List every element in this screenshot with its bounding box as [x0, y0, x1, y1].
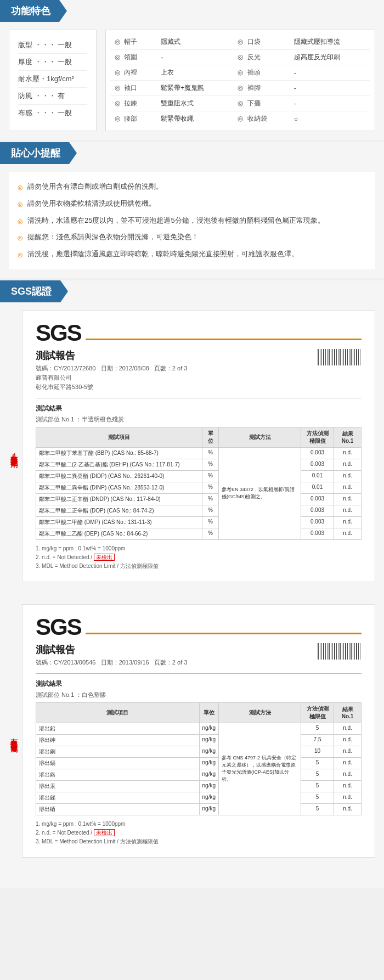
sgs-logo-2: SGS: [36, 616, 362, 639]
spec-row-4: 防風 ・・・ 有: [18, 88, 87, 105]
sgs-header-bar: SGS認證: [0, 280, 384, 302]
sgs-notes-1: 1. mg/kg = ppm ; 0.1wt% = 1000ppm 2. n.d…: [36, 544, 362, 571]
check-icon-10: ◎: [238, 84, 243, 92]
sgs-table-1: 測試項目 單位 測試方法 方法偵測極限值 結果 No.1 鄰苯二甲酸丁苯基丁酯 …: [36, 427, 362, 540]
sgs-section: SGS認證 八大有毒塑化劑 SGS 測試報告 號碼：CY/2012/72680 …: [0, 280, 384, 888]
sgs-th-limit-2: 方法偵測極限值: [301, 702, 334, 723]
feat-value-cuff: 鬆緊帶+魔鬼氈: [156, 81, 233, 96]
feat-label-lining: ◎ 內裡: [110, 65, 156, 81]
sgs-th-name-1: 測試項目: [36, 427, 202, 447]
features-grid: ◎ 帽子 隱藏式 ◎ 口袋 隱藏式壓扣導流 ◎ 領圍: [105, 30, 375, 131]
sgs-row-2-2: 溶出砷 ng/kg 7.5 n.d.: [36, 734, 362, 746]
feat-label-zipper: ◎ 拉鍊: [110, 96, 156, 111]
tip-item-5: ◎ 清洗後，應選擇陰涼通風處立即時晾乾，晾乾時避免陽光直接照射，可維護衣服色澤。: [18, 246, 366, 263]
tip-bullet-2: ◎: [18, 200, 23, 210]
sgs-cell-limit-1-1: 0.003: [301, 447, 334, 459]
specs-box: 版型 ・・・ 一般 厚度 ・・・ 一般 耐水壓・1kgf/cm² 防風 ・・・ …: [9, 30, 97, 131]
tip-bullet-4: ◎: [18, 233, 23, 243]
sgs-divider-1: [36, 398, 362, 398]
feat-value-waistband: -: [290, 65, 370, 81]
sgs-th-name-2: 測試項目: [36, 702, 200, 723]
tips-title: 貼心小提醒: [0, 142, 77, 164]
sgs-card2-header: 測試報告 號碼：CY/2013/00546 日期：2013/09/16 頁數：2…: [36, 643, 362, 668]
sgs-test-unit-1: 測試部位 No.1 ：半透明橙色殘炭: [36, 415, 362, 424]
check-icon-8: ◎: [238, 53, 243, 61]
sgs-highlight-2: 未檢出: [94, 829, 115, 836]
sgs-cell-method-2: 參考 CNS 4797-2 玩具安全（特定元素之遷移），以感應耦合電漿原子發光光…: [219, 723, 301, 815]
sgs-row-2-1: 溶出鉛 ng/kg 參考 CNS 4797-2 玩具安全（特定元素之遷移），以感…: [36, 723, 362, 734]
sgs-row-1-6: 鄰苯二甲酸二正辛酯 (DOP) (CAS No.: 84-74-2) % 0.0…: [36, 505, 362, 516]
check-icon-11: ◎: [238, 99, 243, 107]
features-content: 版型 ・・・ 一般 厚度 ・・・ 一般 耐水壓・1kgf/cm² 防風 ・・・ …: [0, 30, 384, 131]
spec-row-2: 厚度 ・・・ 一般: [18, 54, 87, 71]
feat-label-collar: ◎ 領圍: [110, 50, 156, 65]
feat-value-zipper: 雙重阻水式: [156, 96, 233, 111]
feature-row-5: ◎ 拉鍊 雙重阻水式 ◎ 下擺 -: [110, 96, 370, 111]
feat-label-hem: ◎ 下擺: [233, 96, 289, 111]
sgs-th-limit-1: 方法偵測極限值: [301, 427, 334, 447]
sgs-barcode-1: [318, 349, 362, 365]
sgs-logo-text-1: SGS: [36, 322, 81, 345]
tip-bullet-1: ◎: [18, 183, 23, 193]
sgs-cell-name-1-2: 鄰苯二甲酸二(2-乙基己基)酯 (DEHP) (CAS No.: 117-81-…: [36, 459, 202, 470]
sgs-table-2: 測試項目 單位 測試方法 方法偵測極限值 結果 No.1 溶出鉛 ng/kg 參…: [36, 702, 362, 815]
tip-text-2: 請勿使用衣物柔軟精清洗或使用烘乾機。: [27, 198, 156, 210]
tip-bullet-5: ◎: [18, 250, 23, 260]
spec-row-3: 耐水壓・1kgf/cm²: [18, 71, 87, 88]
sgs-meta-2: 號碼：CY/2013/00546 日期：2013/09/16 頁數：2 of 3: [36, 658, 187, 667]
sgs-card1-side-label: 八大有毒塑化劑: [9, 448, 19, 455]
sgs-cell-result-1-1: n.d.: [334, 447, 362, 459]
sgs-card1: SGS 測試報告 號碼：CY/2012/72680 日期：2012/08/08 …: [22, 310, 375, 582]
check-icon-3: ◎: [115, 69, 120, 76]
sgs-row-2-3: 溶出銅 ng/kg 10 n.d.: [36, 746, 362, 757]
feat-label-waistband: ◎ 褲頭: [233, 65, 289, 81]
feat-value-waist: 鬆緊帶收繩: [156, 111, 233, 127]
sgs-card1-title-block: 測試報告 號碼：CY/2012/72680 日期：2012/08/08 頁數：2…: [36, 349, 187, 392]
sgs-row-2-8: 溶出硒 ng/kg 5 n.d.: [36, 803, 362, 815]
tip-item-2: ◎ 請勿使用衣物柔軟精清洗或使用烘乾機。: [18, 195, 366, 212]
feat-label-pocket: ◎ 口袋: [233, 35, 289, 50]
sgs-content: 八大有毒塑化劑 SGS 測試報告 號碼：CY/2012/72680 日期：201…: [0, 310, 384, 869]
sgs-cell-name-1-1: 鄰苯二甲酸丁苯基丁酯 (BBP) (CAS No.: 85-68-7): [36, 447, 202, 459]
feat-label-hat: ◎ 帽子: [110, 35, 156, 50]
check-icon-9: ◎: [238, 69, 243, 76]
feat-label-waist: ◎ 腰部: [110, 111, 156, 127]
tips-content: ◎ 請勿使用含有漂白劑或增白劑成份的洗劑。 ◎ 請勿使用衣物柔軟精清洗或使用烘乾…: [9, 172, 375, 269]
spec-row-1: 版型 ・・・ 一般: [18, 37, 87, 54]
spec-row-5: 布感 ・・・ 一般: [18, 105, 87, 121]
sgs-test-unit-2: 測試部位 No.1 ：白色塑膠: [36, 691, 362, 699]
sgs-row-1-7: 鄰苯二甲酸二甲酯 (DMP) (CAS No.: 131-11-3) % 0.0…: [36, 516, 362, 528]
sgs-row-2-7: 溶出銻 ng/kg 5 n.d.: [36, 792, 362, 803]
tip-item-3: ◎ 清洗時，水溫應在25度以內，並不可浸泡超過5分鐘，浸泡後有輕微的顏料殘留色屬…: [18, 212, 366, 229]
feature-row-6: ◎ 腰部 鬆緊帶收繩 ◎ 收納袋 ○: [110, 111, 370, 127]
feat-value-pantcuff: -: [290, 81, 370, 96]
sgs-address-1: 彰化市延平路530-5號: [36, 383, 187, 391]
check-icon-4: ◎: [115, 84, 120, 92]
tip-item-1: ◎ 請勿使用含有漂白劑或增白劑成份的洗劑。: [18, 178, 366, 195]
sgs-meta-1: 號碼：CY/2012/72680 日期：2012/08/08 頁數：2 of 3: [36, 364, 187, 373]
feat-value-reflect: 超高度反光印刷: [290, 50, 370, 65]
feature-row-1: ◎ 帽子 隱藏式 ◎ 口袋 隱藏式壓扣導流: [110, 35, 370, 50]
sgs-row-1-1: 鄰苯二甲酸丁苯基丁酯 (BBP) (CAS No.: 85-68-7) % 參考…: [36, 447, 362, 459]
sgs-card1-header: 測試報告 號碼：CY/2012/72680 日期：2012/08/08 頁數：2…: [36, 349, 362, 392]
feat-label-storage: ◎ 收納袋: [233, 111, 289, 127]
feature-row-2: ◎ 領圍 - ◎ 反光 超高度反光印刷: [110, 50, 370, 65]
tip-text-5: 清洗後，應選擇陰涼通風處立即時晾乾，晾乾時避免陽光直接照射，可維護衣服色澤。: [27, 249, 298, 260]
sgs-row-1-2: 鄰苯二甲酸二(2-乙基己基)酯 (DEHP) (CAS No.: 117-81-…: [36, 459, 362, 470]
sgs-th-result-2: 結果 No.1: [334, 702, 362, 723]
feat-label-reflect: ◎ 反光: [233, 50, 289, 65]
sgs-row-1-4: 鄰苯二甲酸二異辛酯 (DINP) (CAS No.: 28553-12-0) %…: [36, 482, 362, 493]
sgs-logo-line-1: [86, 339, 362, 340]
sgs-cell-unit-1-1: %: [202, 447, 219, 459]
sgs-th-method-2: 測試方法: [219, 702, 301, 723]
sgs-company-1: 輝普有限公司: [36, 374, 187, 382]
feat-value-hat: 隱藏式: [156, 35, 233, 50]
sgs-row-1-8: 鄰苯二甲酸二乙酯 (DEP) (CAS No.: 84-66-2) % 0.00…: [36, 528, 362, 539]
check-icon-1: ◎: [115, 38, 120, 46]
tips-section: 貼心小提醒 ◎ 請勿使用含有漂白劑或增白劑成份的洗劑。 ◎ 請勿使用衣物柔軟精清…: [0, 142, 384, 278]
sgs-card2-wrapper: 有毒遷移重金屬 SGS 測試報告 號碼：CY/2013/00546 日期：201…: [9, 604, 375, 869]
sgs-cell-method-1: 參考EN 34372，以氣相層析/質譜儀(GC/MS)檢測之。: [219, 447, 301, 539]
sgs-row-2-4: 溶出鎘 ng/kg 5 n.d.: [36, 757, 362, 769]
sgs-row-2-5: 溶出鉻 ng/kg 5 n.d.: [36, 769, 362, 780]
check-icon-5: ◎: [115, 99, 120, 107]
